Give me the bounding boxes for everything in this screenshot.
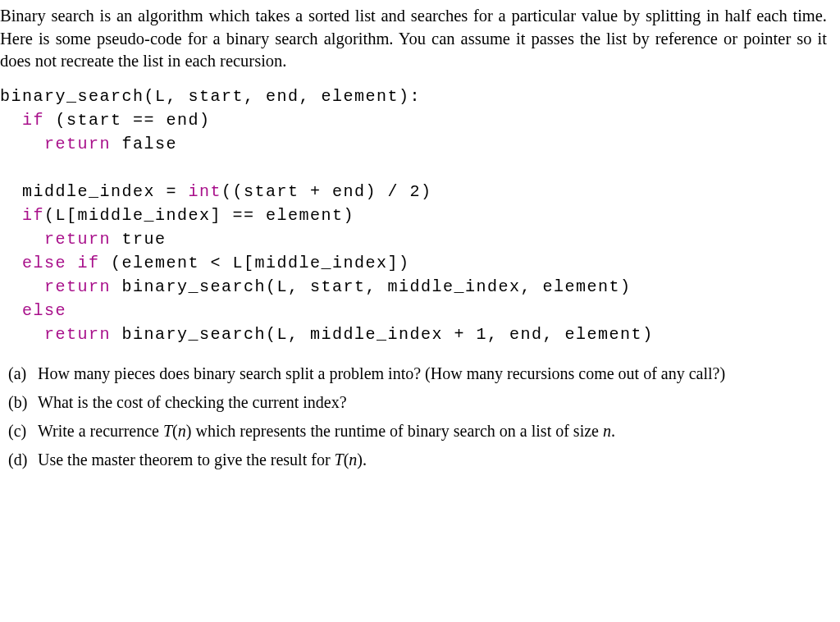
math-var: T <box>335 450 344 469</box>
question-label: (c) <box>8 420 38 442</box>
keyword-return: return <box>44 325 111 344</box>
questions-list: (a) How many pieces does binary search s… <box>8 363 827 471</box>
math-var: n <box>603 422 611 440</box>
keyword-int: int <box>189 182 222 201</box>
math-var: T <box>163 422 172 440</box>
code-block: binary_search(L, start, end, element): i… <box>0 85 835 346</box>
keyword-if: if <box>22 206 44 225</box>
math-var: n <box>349 450 357 469</box>
keyword-return: return <box>44 230 111 249</box>
keyword-else: else <box>22 301 66 320</box>
intro-paragraph: Binary search is an algorithm which take… <box>0 5 827 73</box>
keyword-if: if <box>22 111 44 130</box>
question-label: (b) <box>8 391 38 414</box>
question-c: (c) Write a recurrence T(n) which repres… <box>8 420 827 442</box>
question-text: How many pieces does binary search split… <box>38 363 827 385</box>
question-label: (a) <box>8 363 38 385</box>
document-page: Binary search is an algorithm which take… <box>0 0 840 483</box>
question-label: (d) <box>8 449 38 471</box>
math-var: n <box>178 422 186 440</box>
question-d: (d) Use the master theorem to give the r… <box>8 449 827 471</box>
question-a: (a) How many pieces does binary search s… <box>8 363 827 385</box>
keyword-return: return <box>44 277 111 296</box>
code-line: binary_search(L, start, end, element): <box>0 87 421 106</box>
question-text: What is the cost of checking the current… <box>38 391 827 414</box>
question-text: Use the master theorem to give the resul… <box>38 449 827 471</box>
keyword-return: return <box>44 135 111 153</box>
question-b: (b) What is the cost of checking the cur… <box>8 391 827 414</box>
keyword-else: else <box>22 254 66 272</box>
question-text: Write a recurrence T(n) which represents… <box>38 420 827 442</box>
keyword-if: if <box>78 254 100 272</box>
